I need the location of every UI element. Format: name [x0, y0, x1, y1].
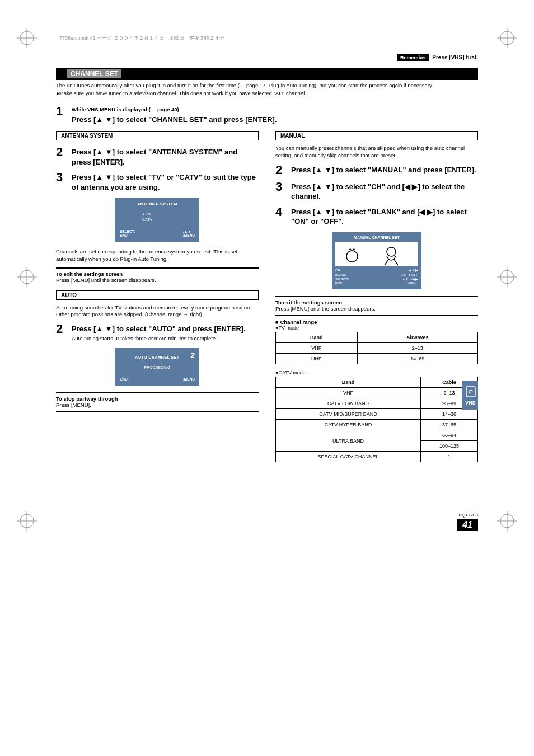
- manual-step-3: 3 Press [▲ ▼] to select "CH" and [◀ ▶] t…: [275, 180, 478, 201]
- osd-preview-icon: [335, 242, 418, 266]
- osd-foot-right: :MENU: [183, 377, 195, 381]
- channel-range-heading: Channel range: [275, 319, 478, 325]
- osd-blank-on: ON: [401, 273, 406, 276]
- th-airwaves: Airwaves: [357, 332, 477, 343]
- print-mark-icon: [497, 267, 517, 287]
- osd-title: MANUAL CHANNEL SET: [335, 236, 418, 240]
- osd-ch-value: 2: [413, 269, 414, 272]
- table-row: CATV LOW BAND95–99: [276, 398, 478, 409]
- th-band: Band: [276, 332, 358, 343]
- print-mark-icon: [497, 28, 517, 48]
- section-title: CHANNEL SET: [67, 69, 121, 78]
- step-main: Press [▲ ▼] to select "AUTO" and press […: [72, 324, 259, 334]
- section-bar: CHANNEL SET: [56, 68, 478, 80]
- table-row: CATV HYPER BAND37–65: [276, 420, 478, 430]
- auto-step-2: 2 Press [▲ ▼] to select "AUTO" and press…: [56, 322, 259, 342]
- table-row: UHF14–69: [276, 354, 478, 364]
- osd-foot-left: SELECT: END: [120, 229, 135, 237]
- step-1: 1 While VHS MENU is displayed (→ page 40…: [56, 104, 478, 125]
- table-row: VHF2–13: [276, 388, 478, 398]
- osd-manual-channel-set: MANUAL CHANNEL SET CH◀ 2 ▶ BLANKON ● OFF…: [332, 232, 421, 289]
- step-number: 3: [275, 180, 291, 193]
- exit-head: To exit the settings screen: [56, 271, 259, 277]
- table-row: CATV MID/SUPER BAND14–36: [276, 409, 478, 420]
- manual-intro: You can manually preset channels that ar…: [275, 145, 478, 159]
- remember-badge: Remember: [397, 54, 429, 61]
- osd-blank-off: ● OFF: [409, 273, 418, 276]
- manual-step-2: 2 Press [▲ ▼] to select "MANUAL" and pre…: [275, 163, 478, 176]
- step-sub: Auto tuning starts. It takes three or mo…: [72, 335, 259, 342]
- svg-point-23: [469, 390, 472, 393]
- step-number: 3: [56, 170, 72, 184]
- exit-body: Press [MENU] until the screen disappears…: [275, 306, 478, 312]
- osd-foot-left: END: [120, 377, 128, 381]
- print-mark-icon: [17, 511, 37, 531]
- vhs-label: VHS: [465, 400, 476, 406]
- osd-auto-channel-set: 2 AUTO CHANNEL SET PROCEEDING END :MENU: [115, 348, 199, 386]
- right-column: MANUAL You can manually preset channels …: [275, 131, 478, 468]
- osd-end-key: :MENU: [407, 281, 418, 286]
- catv-mode-label: ●CATV mode: [275, 370, 478, 375]
- vhs-side-tab: VHS: [462, 381, 478, 410]
- intro-line-1: The unit tunes automatically after you p…: [56, 82, 478, 90]
- exit-head: To exit the settings screen: [275, 299, 478, 306]
- svg-point-21: [387, 247, 396, 256]
- step-number: 2: [275, 163, 291, 176]
- page-footer: RQT7708 41: [56, 513, 478, 531]
- doc-code: RQT7708: [56, 513, 478, 518]
- intro-text: The unit tunes automatically after you p…: [56, 82, 478, 97]
- osd-title: AUTO CHANNEL SET: [120, 355, 195, 359]
- step-main: Press [▲ ▼] to select "CHANNEL SET" and …: [72, 115, 478, 125]
- table-row: SPECIAL CATV CHANNEL1: [276, 452, 478, 462]
- stop-body: Press [MENU].: [56, 402, 259, 408]
- tv-mode-table: BandAirwaves VHF2–13 UHF14–69: [275, 332, 478, 364]
- catv-mode-table: BandCable VHF2–13 CATV LOW BAND95–99 CAT…: [275, 377, 478, 462]
- table-row: VHF2–13: [276, 343, 478, 354]
- antenna-step-2: 2 Press [▲ ▼] to select "ANTENNA SYSTEM"…: [56, 145, 259, 167]
- heading-auto: AUTO: [56, 290, 259, 300]
- step-number: 1: [56, 104, 72, 118]
- print-mark-icon: [17, 267, 37, 287]
- step-main: Press [▲ ▼] to select "MANUAL" and press…: [291, 165, 478, 175]
- step-number: 4: [275, 205, 291, 218]
- osd-antenna-system: ANTENNA SYSTEM ● TV CATV SELECT: END :▲▼…: [115, 198, 199, 242]
- antenna-step-3: 3 Press [▲ ▼] to select "TV" or "CATV" t…: [56, 170, 259, 192]
- osd-blank-label: BLANK: [335, 273, 346, 278]
- page-number: 41: [457, 519, 478, 531]
- left-column: ANTENNA SYSTEM 2 Press [▲ ▼] to select "…: [56, 131, 259, 468]
- vhs-cassette-icon: [465, 386, 476, 398]
- osd-body: PROCEEDING: [120, 365, 195, 370]
- osd-ch-label: CH: [335, 269, 340, 273]
- antenna-note: Channels are set corresponding to the an…: [56, 248, 259, 263]
- osd-title: ANTENNA SYSTEM: [120, 202, 195, 206]
- exit-body: Press [MENU] until the screen disappears…: [56, 277, 259, 283]
- step-main: Press [▲ ▼] to select "TV" or "CATV" to …: [72, 172, 259, 192]
- svg-rect-22: [466, 387, 475, 397]
- print-mark-icon: [497, 511, 517, 531]
- tv-mode-label: ●TV mode: [275, 325, 478, 331]
- step-number: 2: [56, 322, 72, 335]
- step-main: Press [▲ ▼] to select "BLANK" and [◀ ▶] …: [291, 207, 478, 227]
- osd-option-tv: ● TV: [142, 212, 195, 217]
- osd-foot-right: :▲▼ :MENU: [183, 229, 195, 237]
- osd-channel-num: 2: [190, 351, 195, 360]
- svg-marker-20: [349, 248, 352, 251]
- stop-head: To stop partway through: [56, 396, 259, 402]
- osd-select-label: SELECT: [335, 278, 348, 282]
- svg-point-18: [346, 251, 358, 262]
- intro-line-2: ●Make sure you have tuned to a televisio…: [56, 90, 478, 97]
- svg-marker-19: [352, 248, 355, 251]
- osd-end-label: END: [335, 281, 343, 286]
- step-main: Press [▲ ▼] to select "ANTENNA SYSTEM" a…: [72, 147, 259, 167]
- running-header: 7708en.book 41 ページ ２００４年２月１４日 土曜日 午後３時２４…: [56, 34, 228, 43]
- table-row: ULTRA BAND66–94: [276, 430, 478, 441]
- osd-select-keys: :▲▼ :-/◀▶: [401, 278, 418, 282]
- step-number: 2: [56, 145, 72, 158]
- step-main: Press [▲ ▼] to select "CH" and [◀ ▶] to …: [291, 182, 478, 201]
- print-mark-icon: [17, 28, 37, 48]
- remember-text: Press [VHS] first.: [432, 54, 478, 60]
- manual-step-4: 4 Press [▲ ▼] to select "BLANK" and [◀ ▶…: [275, 205, 478, 227]
- heading-antenna: ANTENNA SYSTEM: [56, 131, 259, 140]
- remember-row: Remember Press [VHS] first.: [56, 54, 478, 61]
- auto-intro: Auto tuning searches for TV stations and…: [56, 304, 259, 319]
